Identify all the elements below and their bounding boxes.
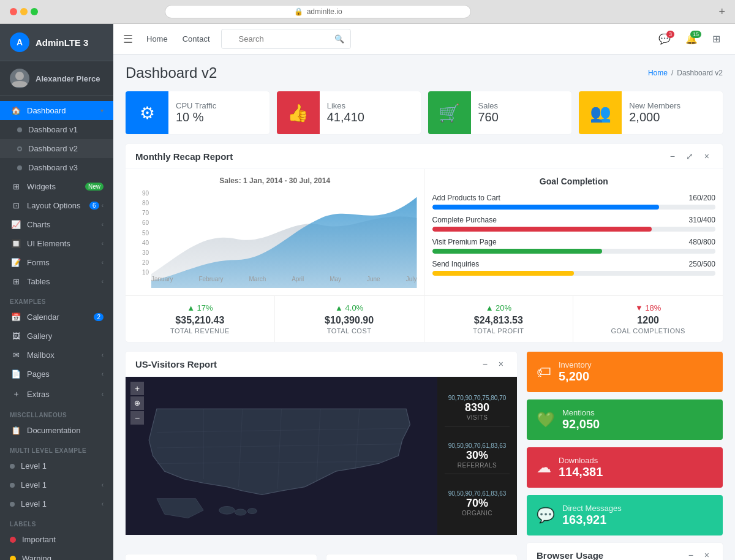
breadcrumb-home[interactable]: Home: [648, 69, 668, 77]
sidebar-item-level1c[interactable]: Level 1 ‹: [0, 494, 113, 513]
chevron-right-icon: ‹: [102, 278, 104, 285]
notifications-btn[interactable]: 🔔 15: [680, 29, 703, 48]
close-btn[interactable]: ×: [701, 549, 713, 560]
sidebar-item-dashboard-v3[interactable]: Dashboard v3: [0, 158, 113, 177]
sidebar-item-tables[interactable]: ⊞ Tables ‹: [0, 272, 113, 291]
chevron-right-icon: ‹: [102, 221, 104, 228]
sidebar-item-label: Extras: [27, 390, 102, 399]
stat-value: $24,813.53: [432, 315, 566, 326]
search-icon: 🔍: [334, 34, 344, 44]
sidebar-item-dashboard-v1[interactable]: Dashboard v1: [0, 120, 113, 139]
sidebar-item-mailbox[interactable]: ✉ Mailbox ‹: [0, 346, 113, 365]
close-btn[interactable]: ×: [701, 150, 713, 162]
stat-change: ▲ 4.0%: [282, 303, 417, 312]
chart-section: Sales: 1 Jan, 2014 - 30 Jul, 2014 908070…: [126, 169, 424, 295]
sidebar-item-extras[interactable]: ＋ Extras ‹: [0, 384, 113, 404]
stat-card-value: 5,200: [559, 369, 591, 384]
progress-bar-fill: [432, 271, 574, 276]
stats-row: ▲ 17% $35,210.43 TOTAL REVENUE ▲ 4.0% $1…: [126, 295, 723, 342]
collapse-btn[interactable]: −: [685, 549, 697, 560]
sidebar-item-widgets[interactable]: ⊞ Widgets New: [0, 177, 113, 196]
sidebar: A AdminLTE 3 Alexander Pierce 🏠 Dashboar…: [0, 24, 113, 560]
sidebar-item-important[interactable]: Important: [0, 530, 113, 549]
sidebar-item-ui-elements[interactable]: 🔲 UI Elements ‹: [0, 234, 113, 253]
new-tab-btn[interactable]: +: [718, 6, 725, 18]
sidebar-item-label: Tables: [27, 277, 102, 286]
topbar-nav: Home Contact: [140, 31, 216, 47]
breadcrumb-current: Dashboard v2: [677, 69, 723, 77]
collapse-btn[interactable]: −: [479, 358, 491, 370]
topbar: ☰ Home Contact 🔍 💬 3 🔔 15 ⊞: [113, 24, 735, 55]
sidebar-item-level1a[interactable]: Level 1: [0, 456, 113, 475]
downloads-icon: ☁: [537, 459, 551, 476]
chevron-right-icon: ‹: [102, 240, 104, 247]
chevron-right-icon: ‹: [102, 202, 104, 209]
sidebar-item-forms[interactable]: 📝 Forms ‹: [0, 253, 113, 272]
topbar-nav-home[interactable]: Home: [140, 31, 174, 47]
sidebar-item-dashboard[interactable]: 🏠 Dashboard ▾: [0, 101, 113, 120]
docs-icon: 📋: [10, 426, 22, 435]
chart-title: Sales: 1 Jan, 2014 - 30 Jul, 2014: [133, 176, 417, 185]
collapse-btn[interactable]: −: [666, 150, 679, 162]
sidebar-item-layout-options[interactable]: ⊡ Layout Options 6 ‹: [0, 196, 113, 215]
goal-label: Add Products to Cart: [432, 194, 500, 202]
sidebar-item-gallery[interactable]: 🖼 Gallery: [0, 327, 113, 346]
topbar-nav-contact[interactable]: Contact: [176, 31, 216, 47]
sidebar-item-label: Dashboard v2: [28, 144, 104, 153]
search-box[interactable]: 🔍: [221, 29, 351, 49]
goal-item-header: Add Products to Cart 160/200: [432, 194, 716, 202]
maximize-dot[interactable]: [31, 8, 38, 15]
sidebar-item-warning[interactable]: Warning: [0, 549, 113, 560]
circle-icon: [17, 127, 22, 132]
stat-card-content-mentions: Mentions 92,050: [562, 408, 600, 431]
sidebar-item-documentation[interactable]: 📋 Documentation: [0, 421, 113, 440]
stat-value: 1200: [581, 315, 715, 326]
sidebar-toggle-btn[interactable]: ☰: [123, 32, 133, 46]
info-box-value: 760: [478, 110, 499, 124]
zoom-reset-btn[interactable]: ⊕: [130, 396, 144, 410]
sidebar-item-label: Gallery: [27, 331, 104, 341]
info-box-cpu: ⚙ CPU Traffic 10 %: [126, 91, 270, 134]
stat-change: ▲ 20%: [432, 303, 566, 312]
labels-section-label: LABELS: [0, 513, 113, 530]
card-tools: − ×: [479, 358, 507, 370]
visit-value: 8390: [445, 401, 510, 414]
sidebar-item-pages[interactable]: 📄 Pages ‹: [0, 365, 113, 384]
close-dot[interactable]: [10, 8, 17, 15]
count-badge: 2: [94, 313, 104, 321]
minimize-dot[interactable]: [20, 8, 28, 15]
sidebar-item-dashboard-v2[interactable]: Dashboard v2: [0, 139, 113, 158]
search-input[interactable]: [233, 32, 331, 46]
misc-section-label: MISCELLANEOUS: [0, 404, 113, 421]
mailbox-icon: ✉: [10, 350, 22, 360]
goal-item-2: Complete Purchase 310/400: [432, 216, 716, 232]
messages-btn[interactable]: 💬 3: [654, 29, 676, 48]
sidebar-brand[interactable]: A AdminLTE 3: [0, 24, 113, 61]
sidebar-item-calendar[interactable]: 📅 Calendar 2: [0, 308, 113, 327]
chevron-right-icon: ‹: [102, 482, 104, 488]
sidebar-item-label: Pages: [27, 369, 102, 379]
sidebar-item-label: Mailbox: [27, 350, 102, 360]
progress-bar-bg: [432, 205, 716, 210]
address-bar[interactable]: 🔒 adminlte.io: [165, 5, 471, 18]
browser-usage-card: Browser Usage − ×: [527, 543, 723, 560]
us-map-svg: [126, 377, 437, 535]
sidebar-item-level1b[interactable]: Level 1 ‹: [0, 475, 113, 494]
examples-section-label: EXAMPLES: [0, 291, 113, 308]
tables-icon: ⊞: [10, 277, 22, 286]
direct-chat-header: Direct Chat 3 − ⟳ ×: [126, 554, 317, 561]
zoom-out-btn[interactable]: −: [130, 411, 144, 425]
label-dot-important: [10, 537, 16, 543]
stat-value: $10,390.90: [282, 315, 417, 326]
browser-usage-header: Browser Usage − ×: [527, 543, 723, 560]
layout-icon: ⊡: [10, 201, 22, 210]
expand-btn[interactable]: ⤢: [682, 150, 697, 162]
info-boxes: ⚙ CPU Traffic 10 % 👍 Likes 41,410 🛒: [126, 91, 723, 134]
grid-btn[interactable]: ⊞: [707, 29, 725, 48]
url-text: adminlte.io: [307, 7, 342, 16]
zoom-in-btn[interactable]: +: [130, 382, 144, 395]
sidebar-user[interactable]: Alexander Pierce: [0, 61, 113, 96]
chevron-right-icon: ‹: [102, 371, 104, 377]
close-btn[interactable]: ×: [495, 358, 507, 370]
sidebar-item-charts[interactable]: 📈 Charts ‹: [0, 215, 113, 234]
